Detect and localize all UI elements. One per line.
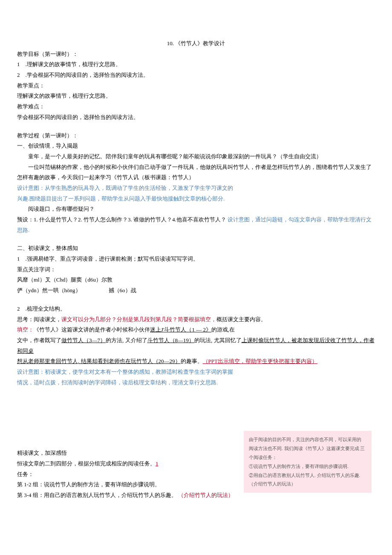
blank-fill: 做竹节人（3—7） (61, 337, 106, 343)
diff-text: 学会根据不同的阅读目的，选择恰当的阅读方法。 (17, 112, 375, 123)
design-intent: 设计意图：从学生熟悉的玩具导入，既调动了学生的生活经验，又激发了学生学习课文的 (17, 183, 375, 194)
sticky-line: （介绍竹节人的玩法） (249, 479, 366, 488)
design-intent: 兴趣.围绕题目提出了一系列问题，帮助学生从问题入手最快地接触到文章的核心部分. (17, 194, 375, 204)
emphasis: 填空： (17, 326, 34, 333)
goal-1: 1 .理解课文的故事情节，梳理行文思路。 (17, 59, 375, 70)
text: 的游戏,在 (211, 326, 235, 333)
sticky-line: ②用自己的语言教别人玩竹节人. 介绍玩竹节人的乐趣. (249, 471, 366, 480)
design-intent: 设计意图：初读课文，使学生对文本有一个整体的感知，教肺适时检查学生生字词的掌握 (17, 367, 375, 378)
body-text: 重点关注字词： (17, 264, 375, 275)
goals-header: 教学目标（第一课时）： (17, 49, 375, 60)
blank-fill: 迷上J'斗竹节人（1 — 2》 (150, 326, 211, 333)
vocabulary: 风靡（ml）叉（Chd）腿窦（d6u）尔敦 (17, 275, 375, 285)
section-2-header: 二、初读课文，整体感知 (17, 243, 375, 254)
text: 思考：阅读课文， (17, 316, 61, 323)
body-text: 1 .强调易错字、重点字词读音，进行课前检测；默写书后读读写写字词。 (17, 254, 375, 264)
key-text: 理解课文的故事情节，梳理行文思路。 (17, 91, 375, 102)
blank-fill: 斗竹节人（8—19） (147, 337, 195, 343)
emphasis: （PPT出示填空，帮助学生更快把握主要内容） (203, 358, 317, 364)
body-text: 童年，是一个人最美好的记忆。陪伴我们童年的玩具有哪些呢？能不能说说你印象最深刻的… (17, 151, 375, 162)
body-text: 2 .梳理全文结构。 (17, 304, 375, 314)
sticky-note: 由于阅读的目的不同，关注的内容也不同，可以采用的 阅读方法也不同. 我们阅读《竹… (244, 431, 372, 493)
text: 第 3-4 组：用自己的语言教别人玩竹节人，介绍玩竹节人的乐趣。 (17, 492, 177, 498)
emphasis: 课文可以分为几部分？分别是第几段到第几段？简要根据填空， (61, 316, 216, 323)
body-text: 一位叫范锡林的作家，他小的时候和小伙伴们自己动手做了一件玩具，他做的玩具叫竹节人… (17, 162, 375, 183)
body-text: 文中，作者既写了做竹节人（3—7）的方法, 又介绍了斗竹节人（8—19）的玩法,… (17, 335, 375, 356)
text: 《竹节人》这篇课文讲的是作者小时候和小伙伴 (34, 326, 150, 333)
text: 恒读文章的二到四部分，根据分组完成相应的阅读任务。 (17, 460, 156, 467)
text: 的玩法, 尤其回忆了 (194, 337, 242, 343)
body-text: 填空：《竹节人》这篇课文讲的是作者小时候和小伙伴迷上J'斗竹节人（1 — 2》的… (17, 325, 375, 335)
blank-fill: 想从老师那里拿回竹节人, 结果却看到老师也在玩竹节人（20—29） (17, 358, 181, 364)
page-title: 10. 《竹节人》教学设计 (17, 38, 375, 49)
body-text: 思考：阅读课文，课文可以分为几部分？分别是第几段到第几段？简要根据填空，概括课文… (17, 314, 375, 325)
emphasis: 1 (156, 460, 159, 467)
key-header: 教学重点： (17, 81, 375, 91)
process-header: 教学过程（第一课时）： (17, 131, 375, 141)
text: 预设：1. 什么是竹节人？2. 竹节人怎么制作？3. 谁做的竹节人？4.他喜不喜… (17, 216, 226, 223)
text: 概括课文主要内容。 (216, 316, 266, 323)
diff-header: 教学难点： (17, 102, 375, 112)
sticky-line: ①说说竹节人的制作方法，要有详细的步骤说明. (249, 462, 366, 471)
text: 文中，作者既写了 (17, 337, 61, 343)
emphasis: （介绍竹节人的玩法） (178, 492, 233, 498)
goal-2: 2 .学会根据不同的阅读目的，选择恰当的阅读方法。 (17, 70, 375, 81)
text: 的趣事。 (181, 358, 203, 364)
body-text: 想从老师那里拿回竹节人, 结果却看到老师也在玩竹节人（20—29）的趣事。（PP… (17, 356, 375, 367)
body-text: 阅读题口，你有哪些疑问？ (17, 204, 375, 215)
sticky-line: 由于阅读的目的不同，关注的内容也不同，可以采用的 阅读方法也不同. 我们阅读《竹… (249, 435, 366, 462)
vocabulary: 俨（ydn）然一哄（hōng） 撼（6o）战 (17, 285, 375, 296)
body-text: 预设：1. 什么是竹节人？2. 竹节人怎么制作？3. 谁做的竹节人？4.他喜不喜… (17, 215, 375, 235)
text: 的方法, 又介绍了 (106, 337, 147, 343)
section-1-header: 一、创设情境，导入揭题 (17, 141, 375, 151)
design-intent: 情况，适时点拨，扫清阅读时的字词障碍，读后梳理文章结构，理清文章行文思路. (17, 378, 375, 388)
